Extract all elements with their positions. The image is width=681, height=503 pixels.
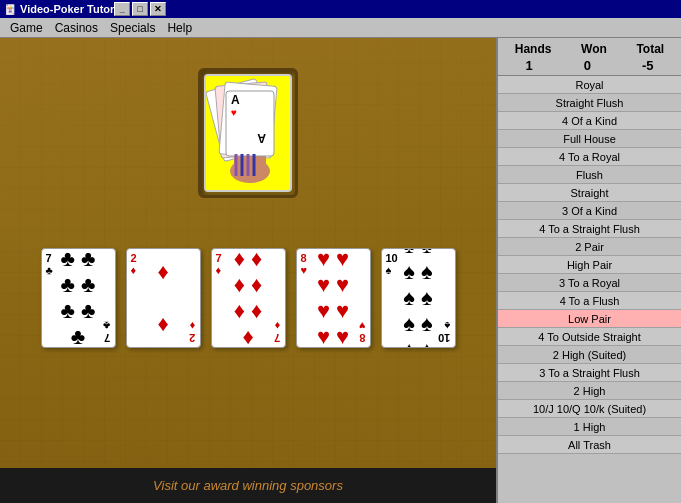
hand-item-1[interactable]: Straight Flush (498, 94, 681, 112)
card-3-center: ♦ ♦♦ ♦♦ ♦♦ (216, 248, 281, 348)
hand-item-3[interactable]: Full House (498, 130, 681, 148)
close-button[interactable]: ✕ (150, 2, 166, 16)
maximize-button[interactable]: □ (132, 2, 148, 16)
hand-item-4[interactable]: 4 To a Royal (498, 148, 681, 166)
won-label: Won (581, 42, 607, 56)
total-label: Total (636, 42, 664, 56)
window-title: Video-Poker Tutor (20, 3, 114, 15)
minimize-button[interactable]: _ (114, 2, 130, 16)
hand-item-9[interactable]: 2 Pair (498, 238, 681, 256)
menu-game[interactable]: Game (4, 19, 49, 37)
card-4-bottom: 8♥ (359, 320, 366, 344)
deck-card: A ♥ A (204, 74, 292, 192)
bottom-banner: Visit our award winning sponsors (0, 468, 496, 503)
hand-item-16[interactable]: 3 To a Straight Flush (498, 364, 681, 382)
hand-item-7[interactable]: 3 Of a Kind (498, 202, 681, 220)
card-2-center: ♦♦ (131, 259, 196, 337)
won-value: 0 (584, 58, 591, 73)
menu-casinos[interactable]: Casinos (49, 19, 104, 37)
hand-item-12[interactable]: 4 To a Flush (498, 292, 681, 310)
menu-help[interactable]: Help (161, 19, 198, 37)
main-content: A ♥ A 7♣ ♣ ♣♣ ♣♣ ♣♣ (0, 38, 681, 503)
hand-item-13[interactable]: Low Pair (498, 310, 681, 328)
deck-art: A ♥ A (206, 76, 292, 192)
hand-item-20[interactable]: All Trash (498, 436, 681, 454)
hand-area: 7♣ ♣ ♣♣ ♣♣ ♣♣ 7♣ 2♦ ♦♦ 2♦ 7♦ ♦ ♦♦ ♦♦ ♦♦ (41, 248, 456, 348)
hands-label: Hands (515, 42, 552, 56)
game-area: A ♥ A 7♣ ♣ ♣♣ ♣♣ ♣♣ (0, 38, 496, 503)
hand-list: RoyalStraight Flush4 Of a KindFull House… (498, 76, 681, 503)
stats-values: 1 0 -5 (500, 58, 679, 73)
hands-value: 1 (525, 58, 532, 73)
card-4[interactable]: 8♥ ♥ ♥♥ ♥♥ ♥♥ ♥ 8♥ (296, 248, 371, 348)
card-3[interactable]: 7♦ ♦ ♦♦ ♦♦ ♦♦ 7♦ (211, 248, 286, 348)
hand-item-19[interactable]: 1 High (498, 418, 681, 436)
card-2-bottom: 2♦ (189, 320, 195, 344)
card-3-bottom: 7♦ (274, 320, 280, 344)
card-3-top: 7♦ (216, 252, 222, 276)
card-5[interactable]: 10♠ ♠ ♠♠ ♠♠ ♠♠ ♠♠ ♠ 10♠ (381, 248, 456, 348)
card-5-bottom: 10♠ (438, 320, 450, 344)
menu-bar: Game Casinos Specials Help (0, 18, 681, 38)
card-2-top: 2♦ (131, 252, 137, 276)
card-1-bottom: 7♣ (103, 320, 110, 344)
svg-text:A: A (257, 131, 266, 145)
hand-item-6[interactable]: Straight (498, 184, 681, 202)
stats-labels: Hands Won Total (500, 42, 679, 58)
banner-text: Visit our award winning sponsors (153, 478, 343, 493)
hand-item-0[interactable]: Royal (498, 76, 681, 94)
right-panel: Hands Won Total 1 0 -5 RoyalStraight Flu… (496, 38, 681, 503)
app-icon: 🃏 (4, 4, 16, 15)
hand-item-18[interactable]: 10/J 10/Q 10/k (Suited) (498, 400, 681, 418)
hand-item-14[interactable]: 4 To Outside Straight (498, 328, 681, 346)
svg-text:♥: ♥ (231, 107, 237, 118)
total-value: -5 (642, 58, 654, 73)
hand-item-5[interactable]: Flush (498, 166, 681, 184)
window-controls: _ □ ✕ (114, 2, 166, 16)
card-4-center: ♥ ♥♥ ♥♥ ♥♥ ♥ (301, 248, 366, 348)
card-1[interactable]: 7♣ ♣ ♣♣ ♣♣ ♣♣ 7♣ (41, 248, 116, 348)
card-2[interactable]: 2♦ ♦♦ 2♦ (126, 248, 201, 348)
hand-item-8[interactable]: 4 To a Straight Flush (498, 220, 681, 238)
card-5-top: 10♠ (386, 252, 398, 276)
hand-item-15[interactable]: 2 High (Suited) (498, 346, 681, 364)
hand-item-17[interactable]: 2 High (498, 382, 681, 400)
deck-container[interactable]: A ♥ A (198, 68, 298, 198)
hand-item-11[interactable]: 3 To a Royal (498, 274, 681, 292)
svg-text:A: A (231, 93, 240, 107)
card-1-top: 7♣ (46, 252, 53, 276)
hand-item-2[interactable]: 4 Of a Kind (498, 112, 681, 130)
menu-specials[interactable]: Specials (104, 19, 161, 37)
deck-card-inner: A ♥ A (206, 76, 290, 190)
card-1-center: ♣ ♣♣ ♣♣ ♣♣ (46, 248, 111, 348)
hand-item-10[interactable]: High Pair (498, 256, 681, 274)
stats-header: Hands Won Total 1 0 -5 (498, 38, 681, 76)
title-bar: 🃏 Video-Poker Tutor _ □ ✕ (0, 0, 681, 18)
card-4-top: 8♥ (301, 252, 308, 276)
